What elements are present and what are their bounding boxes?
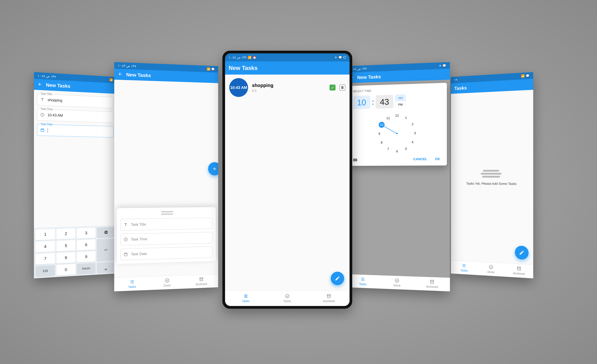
task-title-field[interactable]: Task Title shopping <box>37 94 113 108</box>
sheet-handle[interactable] <box>161 211 173 212</box>
nav-done[interactable]: Done <box>150 275 184 290</box>
task-subtitle: 2-1 <box>252 89 326 93</box>
task-row[interactable]: 10:43 AM shopping 2-1 <box>225 75 350 100</box>
signal-icon: 📶 <box>248 56 251 59</box>
nav-label: Archived <box>196 282 207 286</box>
clock-number-8[interactable]: 8 <box>379 140 385 145</box>
time-colon: : <box>372 98 374 106</box>
phone-mock-3-center: ص ١٠:٤٤ ٪٣٧ 📶 ⏰ ✈ 💬 New Tasks 10:43 AM <box>222 51 352 309</box>
task-date-field[interactable]: Task Date <box>120 246 212 260</box>
key-lang[interactable]: EN(UK) <box>77 263 95 274</box>
task-time-field[interactable]: Task Time 10:43 AM <box>37 109 113 123</box>
key-backspace[interactable] <box>97 227 115 238</box>
task-title: shopping <box>252 83 326 88</box>
clock-number-4[interactable]: 4 <box>409 139 416 145</box>
text-icon <box>124 222 128 227</box>
bottom-nav: Tasks Done Archived <box>225 290 350 306</box>
key-4[interactable]: 4 <box>36 241 55 252</box>
svg-rect-3 <box>124 253 127 256</box>
camera-punch-hole <box>343 56 346 59</box>
field-placeholder: Task Time <box>131 237 147 242</box>
nav-tasks[interactable]: Tasks <box>225 291 267 306</box>
nav-done[interactable]: Done <box>267 291 308 306</box>
key-8[interactable]: 8 <box>56 252 75 264</box>
back-icon[interactable] <box>118 72 123 77</box>
task-time-field[interactable]: Task Time <box>120 232 212 245</box>
hour-input[interactable]: 10 <box>353 95 370 109</box>
nav-archived[interactable]: Archived <box>308 291 350 306</box>
key-2[interactable]: 2 <box>56 228 75 239</box>
status-bar: ص ١٠:٤٤ ٪٣٧ 📶 ⏰ ✈ 💬 <box>225 53 350 61</box>
status-time: ص ١٠:٤٣ <box>118 64 130 68</box>
key-3[interactable]: 3 <box>77 228 95 239</box>
nav-done[interactable]: Done <box>380 275 415 290</box>
status-time: ١٩ <box>454 78 457 82</box>
task-time-text: 10:43 AM <box>230 85 247 90</box>
ampm-toggle: AM PM <box>395 94 406 108</box>
nav-label: Archived <box>323 299 335 303</box>
nav-tasks[interactable]: Tasks <box>114 277 150 291</box>
am-option[interactable]: AM <box>395 95 406 101</box>
clock-number-10[interactable]: 10 <box>379 122 385 128</box>
field-value: 10:43 AM <box>48 113 63 118</box>
key-enter[interactable] <box>97 239 115 261</box>
nav-label: Tasks <box>359 282 367 286</box>
clock-number-5[interactable]: 5 <box>403 146 409 152</box>
nav-archived[interactable]: Archived <box>184 274 218 288</box>
cancel-button[interactable]: CANCEL <box>411 156 430 163</box>
minute-input[interactable]: 43 <box>376 95 393 109</box>
key-9[interactable]: 9 <box>77 251 95 262</box>
empty-illustration <box>481 169 501 179</box>
clock-number-1[interactable]: 1 <box>403 115 409 121</box>
clock-number-7[interactable]: 7 <box>385 146 391 152</box>
field-label: Task Time <box>40 107 54 111</box>
task-date-field[interactable]: Task Date <box>37 124 113 137</box>
clock-hand <box>383 126 397 134</box>
battery-text: ٪٣٧ <box>51 75 56 78</box>
dialog-heading: SELECT TIME <box>353 87 442 93</box>
status-tray-icons: 📶 💬 <box>521 74 530 78</box>
sheet-handle[interactable] <box>161 213 173 215</box>
key-1[interactable]: 1 <box>36 229 55 240</box>
ok-button[interactable]: OK <box>433 156 443 163</box>
clock-number-2[interactable]: 2 <box>409 121 416 127</box>
clock-number-6[interactable]: 6 <box>394 148 400 154</box>
nav-done[interactable]: Done <box>478 262 505 277</box>
status-tray-icons: 📶 <box>110 78 113 82</box>
battery-text: ٪٣٧ <box>131 64 136 68</box>
field-value: shopping <box>48 98 62 103</box>
task-title-field[interactable]: Task Title <box>120 218 212 231</box>
key-mode[interactable]: 123 <box>36 265 55 277</box>
edit-fab[interactable] <box>331 272 344 285</box>
clock-number-9[interactable]: 9 <box>377 131 382 137</box>
phone-mock-4: ص ١٠:٤٤ ٪٣٧ ✈ 💬 New Tasks SELECT TIME 10… <box>346 62 450 291</box>
nav-archived[interactable]: Archived <box>505 263 533 278</box>
app-title: New Tasks <box>229 65 258 71</box>
task-main: shopping 2-1 <box>252 83 326 93</box>
pm-option[interactable]: PM <box>395 101 406 108</box>
mark-done-button[interactable] <box>330 84 336 91</box>
key-5[interactable]: 5 <box>56 240 75 251</box>
field-placeholder: Task Title <box>131 222 146 227</box>
svg-rect-7 <box>327 295 330 296</box>
app-title: New Tasks <box>126 72 151 78</box>
key-0[interactable]: 0 <box>56 264 75 275</box>
clock-icon <box>124 237 128 242</box>
clock-number-12[interactable]: 12 <box>394 113 400 119</box>
field-placeholder: Task Date <box>131 252 147 256</box>
nav-tasks[interactable]: Tasks <box>451 260 478 275</box>
keyboard-icon[interactable] <box>353 158 357 161</box>
clock-number-3[interactable]: 3 <box>412 130 418 136</box>
nav-archived[interactable]: Archived <box>415 277 450 291</box>
analog-clock[interactable]: 121234567891011 <box>377 112 418 154</box>
key-6[interactable]: 6 <box>77 239 95 250</box>
nav-label: Done <box>393 284 401 287</box>
back-icon[interactable] <box>38 82 42 87</box>
svg-point-6 <box>285 294 289 298</box>
clock-number-11[interactable]: 11 <box>385 115 391 121</box>
clock-icon <box>40 113 45 117</box>
key-space[interactable]: ␣ <box>97 262 115 273</box>
key-7[interactable]: 7 <box>36 253 55 265</box>
archive-button[interactable] <box>339 84 345 91</box>
add-fab[interactable] <box>208 162 218 175</box>
